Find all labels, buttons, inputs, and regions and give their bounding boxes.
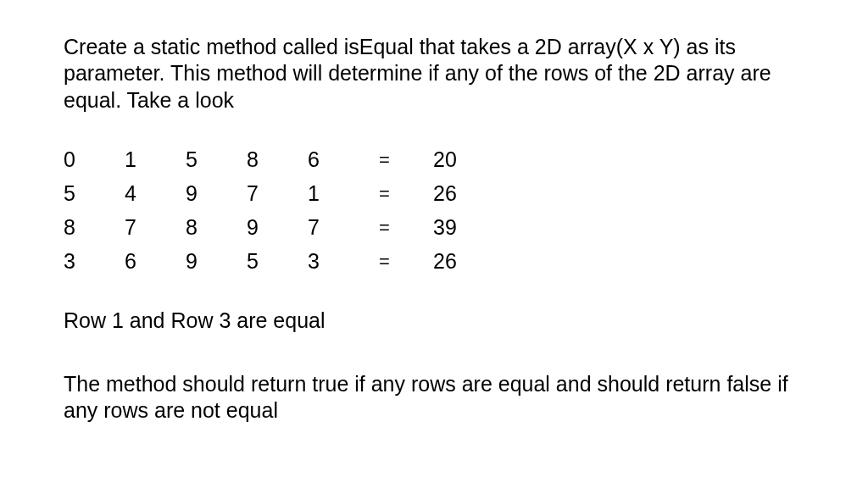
cell: 4 bbox=[125, 181, 186, 206]
table-row: 3 6 9 5 3 = 26 bbox=[64, 245, 804, 279]
cell: 9 bbox=[186, 181, 247, 206]
equals-sign: = bbox=[369, 149, 420, 171]
row-sum: 39 bbox=[420, 215, 481, 240]
cell: 9 bbox=[186, 249, 247, 274]
cell: 9 bbox=[247, 215, 308, 240]
cell: 3 bbox=[308, 249, 369, 274]
equals-sign: = bbox=[369, 217, 420, 239]
cell: 7 bbox=[308, 215, 369, 240]
row-sum: 20 bbox=[420, 147, 481, 172]
cell: 8 bbox=[186, 215, 247, 240]
array-table: 0 1 5 8 6 = 20 5 4 9 7 1 = 26 8 7 8 9 7 … bbox=[64, 143, 804, 279]
cell: 1 bbox=[125, 147, 186, 172]
cell: 8 bbox=[247, 147, 308, 172]
cell: 3 bbox=[64, 249, 125, 274]
cell: 5 bbox=[186, 147, 247, 172]
cell: 5 bbox=[64, 181, 125, 206]
row-sum: 26 bbox=[420, 249, 481, 274]
table-row: 8 7 8 9 7 = 39 bbox=[64, 211, 804, 245]
cell: 1 bbox=[308, 181, 369, 206]
equals-sign: = bbox=[369, 183, 420, 205]
cell: 8 bbox=[64, 215, 125, 240]
cell: 0 bbox=[64, 147, 125, 172]
cell: 5 bbox=[247, 249, 308, 274]
row-sum: 26 bbox=[420, 181, 481, 206]
cell: 6 bbox=[125, 249, 186, 274]
observation-text: Row 1 and Row 3 are equal bbox=[64, 308, 804, 333]
equals-sign: = bbox=[369, 251, 420, 273]
cell: 7 bbox=[247, 181, 308, 206]
cell: 7 bbox=[125, 215, 186, 240]
table-row: 0 1 5 8 6 = 20 bbox=[64, 143, 804, 177]
cell: 6 bbox=[308, 147, 369, 172]
intro-paragraph: Create a static method called isEqual th… bbox=[64, 34, 804, 114]
table-row: 5 4 9 7 1 = 26 bbox=[64, 177, 804, 211]
conclusion-text: The method should return true if any row… bbox=[64, 371, 804, 424]
